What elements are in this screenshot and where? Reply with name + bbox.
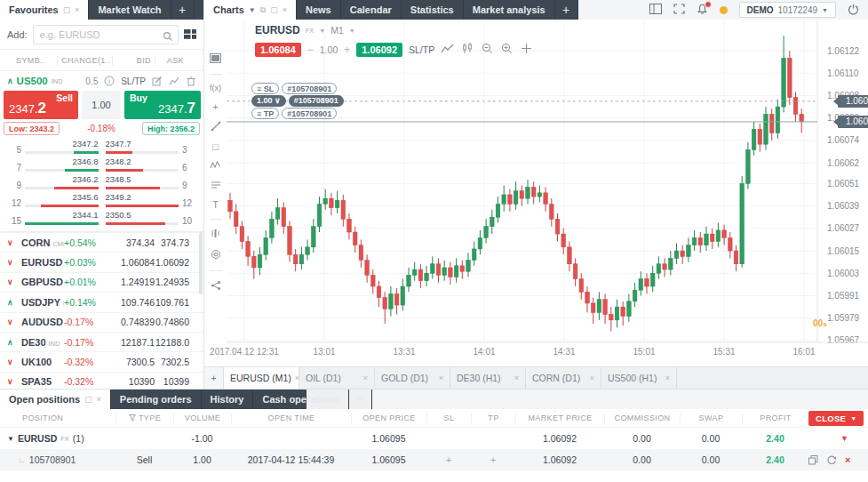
share-icon[interactable] xyxy=(208,280,224,293)
tab-market-analysis[interactable]: Market analysis xyxy=(464,0,555,20)
order-sl-add[interactable]: + xyxy=(426,454,471,465)
volume-increase-button[interactable]: + xyxy=(344,44,350,56)
close-icon[interactable]: × xyxy=(590,374,594,382)
position-group-row[interactable]: ▼ EURUSD FX (1) -1.00 1.06095 1.06092 0.… xyxy=(0,428,868,449)
close-group-caret[interactable]: ▼ xyxy=(840,434,848,443)
line-chart-type-icon[interactable] xyxy=(441,42,454,58)
chart-tab-eurusd[interactable]: EURUSD (M1)× xyxy=(224,367,299,389)
fullscreen-icon[interactable] xyxy=(673,4,685,16)
chart-tab-us500[interactable]: US500 (H1)× xyxy=(601,367,677,389)
info-icon[interactable]: i xyxy=(104,76,115,86)
watchlist-row-audusd[interactable]: ∨AUDUSDFX-0.17%0.748390.74860 xyxy=(0,312,203,332)
order-id-tag[interactable]: #105708901 xyxy=(289,95,344,107)
crosshair-icon[interactable] xyxy=(521,42,532,58)
scrollbar[interactable] xyxy=(199,232,203,294)
close-order-icon[interactable]: × xyxy=(845,454,850,465)
chevron-down-icon[interactable]: ▼ xyxy=(249,6,256,14)
dom-row[interactable]: 152344.12350.510 xyxy=(0,210,203,228)
add-symbol-input[interactable] xyxy=(33,25,179,44)
col-open-price[interactable]: OPEN PRICE xyxy=(351,414,426,423)
tab-pending-orders[interactable]: Pending orders xyxy=(111,390,202,409)
chart-tab-de30[interactable]: DE30 (H1)× xyxy=(450,367,526,389)
popout-icon[interactable]: ▢ xyxy=(84,395,92,404)
tab-calendar[interactable]: Calendar xyxy=(341,0,402,20)
tab-statistics[interactable]: Statistics xyxy=(402,0,464,20)
volume-decrease-button[interactable]: − xyxy=(307,44,314,56)
tab-favourites[interactable]: Favourites ▢ × xyxy=(0,0,89,20)
tab-charts[interactable]: Charts ▼ ⧉ ▢ × xyxy=(204,0,297,20)
tab-market-watch[interactable]: Market Watch xyxy=(89,0,171,20)
dom-bid-cell[interactable]: 2344.1 xyxy=(25,210,99,228)
dom-bid-cell[interactable]: 2345.6 xyxy=(25,192,99,210)
dom-row[interactable]: 52347.22347.73 xyxy=(0,139,203,157)
maximize-icon[interactable]: ▢ xyxy=(270,5,278,14)
chevron-down-icon[interactable]: ▼ xyxy=(319,28,325,34)
col-tp[interactable]: TP xyxy=(471,414,515,423)
trash-icon[interactable] xyxy=(186,76,196,86)
new-chart-tab-button[interactable]: + xyxy=(204,367,224,389)
tab-history[interactable]: History xyxy=(202,390,254,409)
volume-tool-icon[interactable] xyxy=(208,229,224,240)
close-icon[interactable]: × xyxy=(665,374,670,382)
close-icon[interactable]: × xyxy=(97,395,101,404)
chart-sell-button[interactable]: 1.06084 xyxy=(255,43,301,57)
order-volume-tag[interactable]: 1.00 ∨ xyxy=(251,95,286,107)
close-icon[interactable]: × xyxy=(75,5,79,14)
close-icon[interactable]: × xyxy=(363,374,368,382)
objects-layers-icon[interactable] xyxy=(208,249,224,261)
chart-period-selector[interactable]: M1 xyxy=(330,25,344,36)
dom-ask-cell[interactable]: 2350.5 xyxy=(106,210,179,228)
sell-button[interactable]: Sell 2347.2 xyxy=(4,91,78,119)
volume-input[interactable]: 1.00 xyxy=(82,91,121,119)
popout-icon[interactable]: ⧉ xyxy=(260,5,266,15)
chevron-down-icon[interactable]: ▼ xyxy=(349,28,355,34)
popout-icon[interactable]: ▢ xyxy=(63,5,71,14)
chart-tab-gold[interactable]: GOLD (D1)× xyxy=(375,367,450,389)
dom-row[interactable]: 92346.22348.59 xyxy=(0,174,203,192)
close-icon[interactable]: × xyxy=(514,374,519,382)
tab-news[interactable]: News xyxy=(297,0,341,20)
tab-cash-operations[interactable]: Cash operations xyxy=(253,390,348,409)
sltp-button[interactable]: SL/TP xyxy=(121,76,146,86)
watchlist-row-corn[interactable]: ∨CORNCMD+0.54%374.34374.73 xyxy=(0,232,203,252)
chart-buy-button[interactable]: 1.06092 xyxy=(356,43,402,57)
col-commission[interactable]: COMMISSION xyxy=(604,414,680,423)
zoom-out-icon[interactable] xyxy=(482,42,493,58)
chart-tab-corn[interactable]: CORN (D1)× xyxy=(526,367,601,389)
chart-area[interactable]: 1.061221.061101.060981.060861.060741.060… xyxy=(227,20,868,366)
dom-bid-cell[interactable]: 2346.8 xyxy=(25,157,99,174)
fibonacci-tool-icon[interactable] xyxy=(208,181,224,191)
open-chart-icon[interactable] xyxy=(169,76,179,86)
waves-tool-icon[interactable] xyxy=(208,161,224,172)
layout-icon[interactable] xyxy=(649,4,662,16)
chart-tab-oil[interactable]: OIL (D1)× xyxy=(299,367,375,389)
col-swap[interactable]: SWAP xyxy=(680,414,742,423)
close-icon[interactable]: × xyxy=(283,5,287,14)
col-profit[interactable]: PROFIT xyxy=(742,414,808,423)
close-icon[interactable]: × xyxy=(439,374,443,382)
add-tab-button[interactable]: + xyxy=(349,390,372,409)
col-volume[interactable]: VOLUME xyxy=(173,414,231,423)
watchlist-row-eurusd[interactable]: ∨EURUSDFX+0.03%1.060841.06092 xyxy=(0,252,203,271)
col-type[interactable]: TYPE xyxy=(115,414,173,423)
candlestick-chart-type-icon[interactable] xyxy=(462,42,474,58)
zoom-in-icon[interactable] xyxy=(501,42,513,58)
watchlist-row-de30[interactable]: ∧DE30IND-0.17%12187.112188.0 xyxy=(0,332,203,351)
duplicate-order-icon[interactable] xyxy=(808,455,818,465)
view-grid-icon[interactable] xyxy=(184,27,196,43)
watchlist-row-usdjpy[interactable]: ∧USDJPYFX+0.14%109.746109.761 xyxy=(0,292,203,311)
dom-row[interactable]: 122345.62349.212 xyxy=(0,192,203,210)
sl-drag-handle[interactable]: ≡ SL xyxy=(251,83,279,94)
chart-volume-value[interactable]: 1.00 xyxy=(320,44,338,55)
dom-row[interactable]: 72346.82348.26 xyxy=(0,157,203,174)
notifications-bell-icon[interactable] xyxy=(697,4,708,17)
buy-button[interactable]: Buy 2347.7 xyxy=(124,91,201,119)
col-symbol[interactable]: SYMB.. xyxy=(0,56,57,65)
tp-drag-handle[interactable]: ≡ TP xyxy=(251,108,279,119)
dom-ask-cell[interactable]: 2348.5 xyxy=(106,174,179,192)
trendline-tool-icon[interactable] xyxy=(208,121,224,133)
expand-caret-icon[interactable]: ▼ xyxy=(7,435,14,443)
col-bid[interactable]: BID xyxy=(112,56,155,65)
account-selector[interactable]: DEMO 10172249 ▼ xyxy=(739,2,836,18)
collapse-chevron-icon[interactable]: ∧ xyxy=(7,76,13,85)
